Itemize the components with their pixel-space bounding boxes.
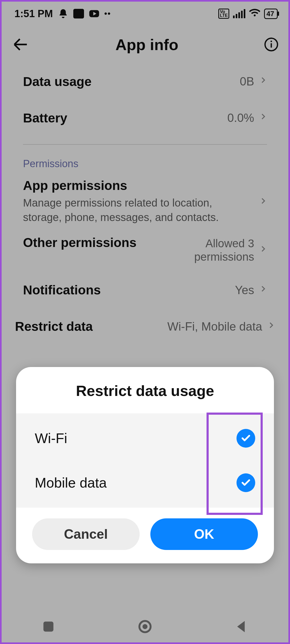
signal-icon — [233, 9, 245, 18]
option-label: Wi-Fi — [35, 430, 67, 446]
wifi-icon — [249, 7, 260, 21]
row-value: Wi-Fi, Mobile data — [167, 320, 262, 333]
status-bar: 1:51 PM •• VoLTE 47 — [2, 2, 288, 26]
volte-icon: VoLTE — [218, 9, 229, 19]
row-value: Yes — [235, 283, 254, 297]
svg-rect-4 — [43, 621, 53, 631]
ok-button[interactable]: OK — [150, 518, 258, 550]
divider — [23, 144, 267, 145]
row-data-usage[interactable]: Data usage 0B — [10, 63, 280, 100]
row-label: Battery — [23, 111, 67, 125]
row-label: Notifications — [23, 283, 101, 297]
battery-icon: 47 — [264, 9, 278, 19]
row-description: Manage permissions related to location, … — [23, 196, 242, 224]
row-value: Allowed 3 — [205, 237, 254, 250]
option-wifi[interactable]: Wi-Fi — [16, 416, 274, 460]
dialog-title: Restrict data usage — [16, 367, 274, 413]
battery-level: 47 — [266, 10, 274, 18]
option-label: Mobile data — [35, 475, 107, 491]
row-battery[interactable]: Battery 0.0% — [10, 100, 280, 136]
checkmark-icon[interactable] — [236, 473, 255, 492]
row-value: permissions — [194, 250, 254, 264]
row-label: Other permissions — [23, 235, 194, 250]
chevron-right-icon — [260, 110, 267, 125]
checkmark-icon[interactable] — [236, 429, 255, 448]
nav-home-icon[interactable] — [138, 619, 152, 634]
cancel-button[interactable]: Cancel — [32, 518, 140, 550]
chevron-right-icon — [268, 319, 275, 334]
row-other-permissions[interactable]: Other permissions Allowed 3 permissions — [10, 233, 280, 272]
nav-back-icon[interactable] — [234, 619, 249, 634]
row-value: 0.0% — [227, 111, 254, 125]
svg-point-6 — [143, 624, 148, 629]
back-icon[interactable] — [11, 35, 30, 54]
chevron-right-icon — [260, 195, 267, 210]
app-notif-icon — [73, 9, 84, 18]
row-label: Data usage — [23, 74, 91, 89]
restrict-data-dialog: Restrict data usage Wi-Fi Mobile data Ca… — [16, 367, 274, 563]
row-restrict-data[interactable]: Restrict data Wi-Fi, Mobile data — [2, 308, 288, 337]
nav-bar — [0, 609, 290, 644]
bell-icon — [58, 8, 68, 19]
row-label: Restrict data — [15, 319, 93, 334]
chevron-right-icon — [260, 283, 267, 298]
nav-recent-icon[interactable] — [41, 619, 56, 634]
info-icon[interactable] — [264, 37, 279, 52]
row-notifications[interactable]: Notifications Yes — [10, 272, 280, 308]
page-title: App info — [30, 36, 264, 54]
row-label: App permissions — [23, 178, 260, 193]
chevron-right-icon — [260, 74, 267, 89]
option-mobile-data[interactable]: Mobile data — [16, 460, 274, 505]
more-notif-icon: •• — [104, 9, 111, 18]
youtube-icon — [89, 8, 100, 19]
row-app-permissions[interactable]: App permissions Manage permissions relat… — [10, 175, 280, 233]
section-header-permissions: Permissions — [10, 158, 280, 175]
row-value: 0B — [240, 75, 254, 88]
chevron-right-icon — [260, 243, 267, 258]
svg-point-3 — [270, 41, 272, 42]
status-time: 1:51 PM — [14, 8, 53, 20]
app-bar: App info — [2, 26, 288, 63]
